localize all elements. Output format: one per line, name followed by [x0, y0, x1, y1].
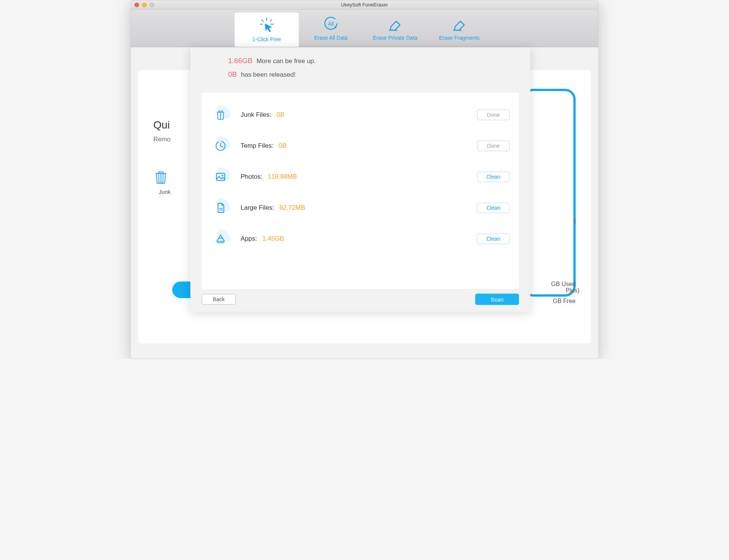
apps-icon: [211, 229, 230, 248]
row-value: 0B: [279, 142, 287, 150]
svg-line-1: [262, 20, 263, 22]
clock-icon: [211, 136, 230, 155]
photo-icon: [211, 167, 230, 186]
tab-1click-free[interactable]: 1-Click Free: [235, 12, 299, 47]
released-text: has been released!: [241, 71, 296, 78]
app-window: UkeySoft FoneEraser 1-Click Free: [130, 0, 599, 359]
tab-erase-fragments[interactable]: Erase Fragments: [427, 9, 491, 47]
svg-rect-11: [216, 173, 225, 181]
tab-label: Erase All Data: [314, 35, 348, 41]
window-title: UkeySoft FoneEraser: [131, 2, 598, 8]
row-value: 92.72MB: [280, 204, 305, 212]
row-label: Temp Files:: [241, 142, 273, 150]
row-label: Photos:: [241, 173, 263, 181]
trash-icon: [153, 170, 168, 185]
erase-all-icon: All: [323, 16, 339, 32]
erase-private-icon: [387, 16, 403, 32]
scan-results-panel: 1.66GB More can be free up. 0B has been …: [190, 47, 530, 312]
junk-done-button[interactable]: Done: [477, 110, 510, 120]
file-icon: [211, 198, 230, 217]
temp-done-button[interactable]: Done: [477, 141, 510, 151]
row-label: Apps:: [241, 235, 257, 243]
summary-freeup: 1.66GB More can be free up.: [228, 57, 519, 65]
apps-clean-button[interactable]: Clean: [477, 234, 510, 244]
erase-fragments-icon: [451, 16, 467, 32]
row-value: 0B: [276, 111, 284, 119]
released-amount: 0B: [228, 70, 237, 78]
svg-line-2: [270, 20, 272, 22]
photos-clean-button[interactable]: Clean: [477, 172, 510, 182]
tab-label: 1-Click Free: [252, 36, 281, 42]
scan-button[interactable]: Scan: [475, 294, 519, 305]
tab-label: Erase Fragments: [439, 35, 479, 41]
trash-icon: [211, 105, 230, 124]
phone-model: Plus): [566, 287, 579, 294]
row-value: 1.45GB: [262, 235, 284, 243]
row-label: Large Files:: [241, 204, 274, 212]
bg-item-label: Junk: [153, 189, 176, 195]
svg-text:All: All: [328, 21, 334, 27]
storage-free: GB Free: [551, 293, 576, 310]
freeup-text: More can be free up.: [256, 57, 316, 65]
summary: 1.66GB More can be free up. 0B has been …: [190, 47, 530, 90]
svg-point-12: [222, 175, 223, 176]
row-large-files: Large Files: 92.72MB Clean: [211, 192, 510, 223]
row-junk-files: Junk Files: 0B Done: [211, 99, 510, 130]
click-free-icon: [259, 17, 275, 33]
tab-label: Erase Private Data: [373, 35, 417, 41]
toolbar: 1-Click Free All Erase All Data Erase P: [131, 9, 598, 47]
row-photos: Photos: 119.98MB Clean: [211, 161, 510, 192]
freeup-amount: 1.66GB: [228, 57, 252, 65]
summary-released: 0B has been released!: [228, 70, 519, 79]
titlebar: UkeySoft FoneEraser: [131, 0, 598, 9]
row-label: Junk Files:: [241, 111, 271, 119]
tab-erase-private[interactable]: Erase Private Data: [363, 9, 427, 47]
content-area: Qui Remo Junk l GB Used GB Free Plus) 1.…: [131, 47, 598, 359]
tab-erase-all[interactable]: All Erase All Data: [299, 9, 363, 47]
row-apps: Apps: 1.45GB Clean: [211, 223, 510, 254]
back-button[interactable]: Back: [202, 294, 236, 305]
panel-footer: Back Scan: [202, 294, 519, 305]
bg-junk-item: Junk: [153, 170, 176, 195]
svg-point-8: [398, 22, 399, 23]
phone-storage-info: l GB Used GB Free: [551, 213, 576, 309]
largefiles-clean-button[interactable]: Clean: [477, 203, 510, 213]
category-list: Junk Files: 0B Done Temp Files: 0B Done: [202, 93, 519, 289]
svg-point-6: [335, 26, 337, 28]
row-temp-files: Temp Files: 0B Done: [211, 130, 510, 161]
row-value: 119.98MB: [268, 173, 297, 181]
phone-letter: l: [551, 213, 576, 230]
